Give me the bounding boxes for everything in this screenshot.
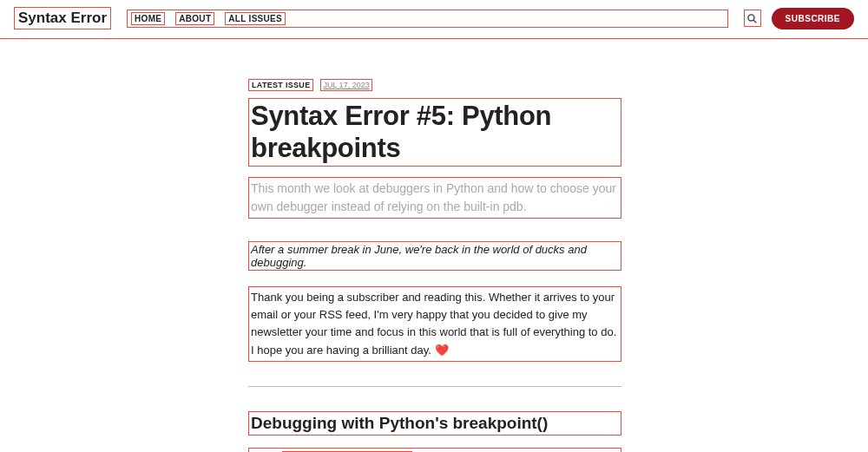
post-date[interactable]: JUL 17, 2023	[320, 79, 372, 91]
nav-home[interactable]: HOME	[131, 12, 165, 25]
post-intro: After a summer break in June, we're back…	[248, 241, 621, 271]
search-icon[interactable]	[744, 10, 761, 27]
post-thanks-paragraph: Thank you being a subscriber and reading…	[248, 286, 621, 362]
section-heading: Debugging with Python's breakpoint()	[248, 411, 621, 436]
nav-about[interactable]: ABOUT	[175, 12, 214, 25]
latest-issue-badge: LATEST ISSUE	[248, 79, 313, 91]
svg-point-0	[748, 14, 754, 20]
main-nav: HOME ABOUT ALL ISSUES	[127, 10, 728, 28]
section-divider	[248, 386, 621, 387]
svg-line-1	[753, 20, 756, 23]
post-title: Syntax Error #5: Python breakpoints	[248, 98, 621, 167]
heart-icon: ❤️	[435, 344, 449, 357]
subscribe-button[interactable]: SUBSCRIBE	[772, 8, 854, 29]
post-body-paragraph: In the 2nd issue of Syntax Error, I wrot…	[248, 448, 621, 452]
nav-all-issues[interactable]: ALL ISSUES	[225, 12, 286, 25]
post-subtitle: This month we look at debuggers in Pytho…	[248, 177, 621, 219]
brand-title[interactable]: Syntax Error	[14, 7, 111, 29]
